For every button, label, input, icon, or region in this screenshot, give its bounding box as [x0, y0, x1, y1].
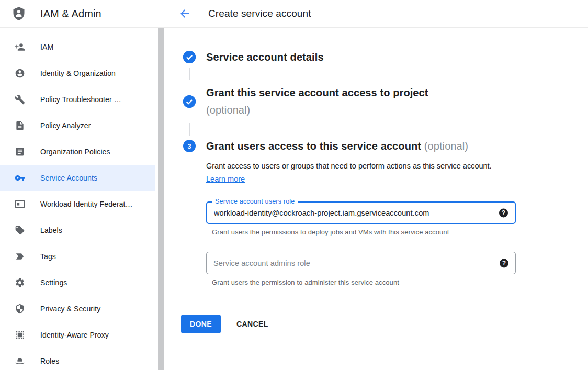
main-panel: Create service account Service account d…	[166, 0, 588, 370]
form-actions: DONE CANCEL	[181, 315, 588, 333]
sidebar-item-label: Identity & Organization	[40, 69, 116, 77]
learn-more-link[interactable]: Learn more	[206, 175, 245, 183]
step-2-optional-label: (optional)	[206, 102, 428, 119]
sidebar-item-label: Identity-Aware Proxy	[40, 331, 109, 339]
sidebar-item-label: Workload Identity Federat…	[40, 200, 133, 208]
sidebar-item-service-accounts[interactable]: Service Accounts	[0, 165, 155, 191]
sidebar-item-privacy-security[interactable]: Privacy & Security	[0, 296, 155, 322]
shield-icon	[15, 304, 25, 314]
hat-icon	[15, 356, 25, 366]
done-button[interactable]: DONE	[181, 315, 221, 333]
proxy-frame-icon	[15, 330, 25, 340]
step-1-complete-check-icon	[183, 51, 196, 63]
users-role-helper-text: Grant users the permissions to deploy jo…	[212, 228, 588, 236]
sidebar: IAM & Admin IAM Identity & Organization …	[0, 0, 166, 370]
person-add-icon	[15, 42, 25, 52]
sidebar-item-policy-analyzer[interactable]: Policy Analyzer	[0, 113, 155, 139]
page-title: Create service account	[208, 8, 311, 19]
wrench-icon	[15, 94, 25, 105]
step-3-optional-label: (optional)	[424, 140, 468, 152]
sidebar-item-workload-identity-federation[interactable]: Workload Identity Federat…	[0, 191, 155, 217]
cancel-button[interactable]: CANCEL	[236, 320, 268, 328]
sidebar-nav: IAM Identity & Organization Policy Troub…	[0, 34, 166, 370]
sidebar-item-label: Tags	[40, 252, 56, 261]
back-arrow-icon	[178, 7, 191, 20]
key-icon	[15, 173, 25, 183]
arrow-label-icon	[15, 251, 25, 262]
gcp-console-window: IAM & Admin IAM Identity & Organization …	[0, 0, 588, 370]
admins-role-helper-text: Grant users the permission to administer…	[212, 278, 588, 286]
page-header: Create service account	[166, 0, 588, 28]
sidebar-item-label: Organization Policies	[40, 148, 110, 156]
sidebar-item-label: Roles	[40, 357, 59, 365]
admins-role-input[interactable]	[207, 259, 515, 267]
step-1-service-account-details: Service account details	[183, 51, 588, 63]
step-1-title: Service account details	[206, 51, 324, 63]
create-service-account-form: Service account details Grant this servi…	[166, 28, 588, 333]
step-connector	[189, 68, 190, 80]
sidebar-item-organization-policies[interactable]: Organization Policies	[0, 139, 155, 165]
step-3-number: 3	[187, 142, 191, 150]
service-account-admins-role-field: ?	[206, 252, 516, 274]
sidebar-item-tags[interactable]: Tags	[0, 243, 155, 270]
step-2-grant-access-to-project: Grant this service account access to pro…	[183, 84, 588, 119]
document-icon	[15, 120, 25, 131]
sidebar-item-label: Policy Troubleshooter …	[40, 95, 121, 104]
step-2-title-text: Grant this service account access to pro…	[206, 87, 428, 98]
sidebar-scrollbar[interactable]	[158, 28, 164, 370]
sidebar-item-identity-organization[interactable]: Identity & Organization	[0, 60, 155, 86]
list-document-icon	[15, 147, 25, 157]
gear-icon	[15, 277, 25, 288]
step-3-title: Grant users access to this service accou…	[206, 140, 468, 152]
sidebar-item-label: Service Accounts	[40, 174, 97, 182]
sidebar-item-label: Labels	[40, 226, 62, 234]
users-role-help-icon[interactable]: ?	[499, 208, 508, 217]
step-2-title: Grant this service account access to pro…	[206, 84, 428, 119]
sidebar-item-label: Settings	[40, 278, 67, 287]
step-3-description-text: Grant access to users or groups that nee…	[206, 162, 492, 170]
step-3-number-badge: 3	[183, 140, 196, 152]
step-2-complete-check-icon	[183, 95, 196, 108]
sidebar-item-policy-troubleshooter[interactable]: Policy Troubleshooter …	[0, 86, 155, 113]
step-3-grant-users-access: 3 Grant users access to this service acc…	[183, 140, 588, 152]
step-3-body: Grant access to users or groups that nee…	[206, 160, 588, 286]
card-icon	[15, 199, 25, 209]
step-connector	[189, 123, 190, 136]
account-circle-icon	[15, 68, 25, 79]
sidebar-item-label: Privacy & Security	[40, 305, 100, 313]
step-3-title-text: Grant users access to this service accou…	[206, 140, 421, 152]
users-role-floating-label: Service account users role	[212, 198, 298, 205]
service-account-users-role-field: Service account users role ?	[206, 201, 516, 224]
sidebar-item-label: Policy Analyzer	[40, 121, 91, 130]
sidebar-title: IAM & Admin	[40, 8, 101, 20]
sidebar-item-label: IAM	[40, 43, 53, 51]
back-arrow-button[interactable]	[178, 7, 191, 20]
sidebar-item-roles[interactable]: Roles	[0, 348, 155, 370]
users-role-input[interactable]	[207, 209, 515, 217]
iam-admin-shield-logo-icon	[12, 6, 26, 21]
sidebar-item-iam[interactable]: IAM	[0, 34, 155, 60]
admins-role-help-icon[interactable]: ?	[500, 259, 508, 267]
step-3-description: Grant access to users or groups that nee…	[206, 160, 495, 186]
tag-icon	[15, 225, 25, 236]
sidebar-header: IAM & Admin	[0, 0, 166, 28]
sidebar-item-identity-aware-proxy[interactable]: Identity-Aware Proxy	[0, 322, 155, 348]
sidebar-item-labels[interactable]: Labels	[0, 217, 155, 243]
sidebar-item-settings[interactable]: Settings	[0, 270, 155, 296]
